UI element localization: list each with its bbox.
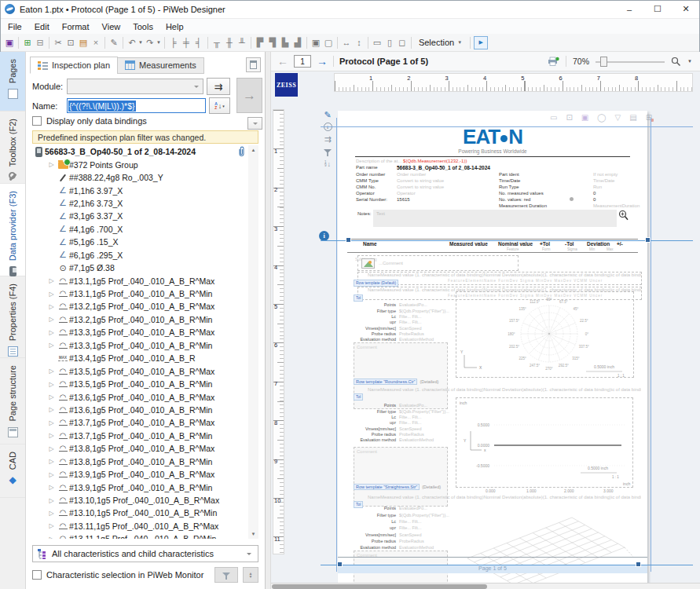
- tree-item[interactable]: ∠#6,1g6 .295_X: [32, 249, 247, 262]
- comment-box[interactable]: Comment: [354, 342, 448, 409]
- settings-icon[interactable]: ◯: [597, 113, 606, 122]
- tree-item[interactable]: ▷◠#13.1,1g5 Prof_.040_.010_A_B_R^Min: [32, 287, 247, 300]
- tree-item[interactable]: ▷#372 Points Group: [32, 158, 247, 170]
- canvas-horizontal-scrollbar[interactable]: [271, 583, 700, 589]
- tree-item[interactable]: ▷◠#13.6,1g5 Prof_.040_.010_A_B_R^Min: [32, 404, 247, 416]
- paste-button[interactable]: ▤: [77, 36, 90, 49]
- tree-item[interactable]: ∠#3,1g6 3.37_X: [32, 210, 247, 222]
- scroll-up-icon[interactable]: ▲: [251, 148, 256, 152]
- tree-item[interactable]: ##388.22,4g8 Ro_.003_Y: [32, 171, 247, 184]
- magnifier-icon[interactable]: [671, 57, 681, 67]
- tree-item[interactable]: ▷◠#13.8,1g5 Prof_.040_.010_A_B_R^Max: [32, 442, 247, 455]
- printer-icon[interactable]: ▤: [629, 113, 636, 122]
- apply-module-filter-button[interactable]: ⇉: [207, 78, 230, 95]
- tree-item[interactable]: ▷◠#13.1,1g5 Prof_.040_.010_A_B_R^Max: [32, 274, 247, 287]
- copy-button[interactable]: ⊡: [64, 36, 77, 49]
- menu-format[interactable]: Format: [56, 20, 96, 33]
- tree-item[interactable]: ▷◠#13.10,1g5 Prof_.040_.010_A_B_R^Max: [32, 494, 247, 507]
- zoom-region-icon[interactable]: [618, 210, 629, 221]
- notes-field[interactable]: Text: [373, 210, 617, 227]
- expand-icon[interactable]: ▷: [46, 458, 57, 465]
- roundness-plot[interactable]: 0°22.5°45°67.5°90°112.5°135°157.5°180°20…: [456, 291, 634, 378]
- expand-icon[interactable]: ▷: [46, 291, 57, 298]
- selection-handle[interactable]: [337, 562, 343, 567]
- monitor-selection-checkbox[interactable]: [32, 570, 42, 580]
- edit-page-icon[interactable]: ✎: [324, 110, 331, 119]
- align-middle-button[interactable]: ╫: [223, 36, 236, 49]
- align-top-button[interactable]: ╥: [211, 36, 223, 49]
- tree-item[interactable]: ∠#4,1g6 .700_X: [32, 223, 247, 236]
- tree-item[interactable]: ▷◠#13.2,1g5 Prof_.040_.010_A_B_R^Min: [32, 313, 247, 326]
- panel-layout-button[interactable]: [246, 57, 261, 72]
- sort-icon[interactable]: 19↓: [324, 160, 331, 168]
- expand-icon[interactable]: ▷: [46, 432, 57, 439]
- expand-icon[interactable]: ▷: [46, 161, 57, 168]
- chevron-down-icon[interactable]: ▼: [156, 40, 161, 45]
- expand-icon[interactable]: ▷: [46, 329, 57, 336]
- expand-icon[interactable]: ▷: [46, 368, 57, 375]
- tree-item[interactable]: ▷◠#13.5,1g5 Prof_.040_.010_A_B_R^Max: [32, 364, 247, 377]
- menu-file[interactable]: File: [2, 20, 28, 33]
- flatness-plot[interactable]: [456, 510, 633, 589]
- sidebar-tab-page-structure[interactable]: Page structure: [0, 358, 25, 444]
- comment-icon[interactable]: ▭: [550, 113, 557, 122]
- expand-icon[interactable]: ▷: [46, 497, 57, 504]
- protocol-page[interactable]: EATN Powering Business Worldwide Descrip…: [338, 111, 647, 589]
- chevron-down-icon[interactable]: ▼: [687, 59, 692, 64]
- same-width-button[interactable]: ▭: [371, 36, 383, 49]
- scrollbar-thumb[interactable]: [272, 584, 487, 589]
- tree-item[interactable]: ▷◠#13.8,1g5 Prof_.040_.010_A_B_R^Min: [32, 455, 247, 468]
- menu-edit[interactable]: Edit: [28, 20, 56, 33]
- menu-view[interactable]: View: [96, 20, 127, 33]
- expand-icon[interactable]: ▷: [46, 522, 57, 529]
- minimize-button[interactable]: –: [615, 0, 643, 18]
- expand-icon[interactable]: ▷: [46, 419, 57, 426]
- tree-item[interactable]: ▷◠#13.10,1g5 Prof_.040_.010_A_B_R^Min: [32, 507, 247, 519]
- print-preview-icon[interactable]: [548, 57, 559, 67]
- expand-icon[interactable]: ▷: [46, 406, 57, 413]
- zoom-slider-thumb[interactable]: [600, 57, 607, 67]
- selection-handle[interactable]: [645, 237, 651, 243]
- expand-icon[interactable]: ▷: [46, 393, 57, 401]
- sidebar-tab-cad[interactable]: CAD◆: [0, 444, 25, 498]
- expand-icon[interactable]: ▷: [46, 445, 57, 452]
- scroll-down-icon[interactable]: ▼: [251, 532, 256, 536]
- menu-help[interactable]: Help: [159, 20, 190, 33]
- new-page-button[interactable]: ⊞: [21, 36, 34, 49]
- chevron-down-icon[interactable]: ▼: [138, 40, 143, 45]
- tree-item[interactable]: ▷◠#13.7,1g5 Prof_.040_.010_A_B_R^Min: [32, 430, 247, 442]
- bring-to-front-button[interactable]: ▛: [254, 36, 266, 49]
- sidebar-tab-properties[interactable]: Properties (F4): [0, 276, 25, 358]
- module-dropdown[interactable]: [67, 79, 203, 94]
- bring-forward-button[interactable]: ▜: [266, 36, 279, 49]
- tree-item[interactable]: ▷◠#13.9,1g5 Prof_.040_.010_A_B_R^Min: [32, 481, 247, 493]
- scope-selector-dropdown[interactable]: All characteristics and child characteri…: [32, 545, 258, 562]
- copy-page-button[interactable]: ⊟: [34, 36, 46, 49]
- cut-button[interactable]: ✂: [52, 36, 64, 49]
- sidebar-tab-data-provider[interactable]: Data provider (F3): [0, 184, 25, 276]
- duplicate-icon[interactable]: ⊡: [566, 113, 572, 122]
- save-button[interactable]: ▣: [3, 36, 16, 49]
- same-size-button[interactable]: ◻: [396, 36, 409, 49]
- same-height-button[interactable]: ▯: [383, 36, 396, 49]
- tree-item[interactable]: ▷◠#13.9,1g5 Prof_.040_.010_A_B_R^Max: [32, 468, 247, 481]
- expand-icon[interactable]: ▷: [46, 536, 57, 539]
- expand-icon[interactable]: ▷: [46, 471, 57, 478]
- tree-scrollbar[interactable]: ▲ ▼: [248, 145, 258, 539]
- expand-icon[interactable]: ▷: [46, 342, 57, 349]
- send-to-back-button[interactable]: ▟: [291, 36, 304, 49]
- tab-measurements[interactable]: Measurements: [117, 57, 204, 74]
- tree-item[interactable]: ∠#1,1h6 3.97_X: [32, 184, 247, 196]
- group-button[interactable]: ▣: [310, 36, 322, 49]
- selection-mode-dropdown[interactable]: Selection▼: [414, 37, 467, 48]
- expand-icon[interactable]: ▷: [46, 510, 57, 517]
- expand-icon[interactable]: ▷: [46, 303, 57, 310]
- undo-button[interactable]: ↶: [126, 36, 138, 49]
- expand-icon[interactable]: ▷: [46, 381, 57, 388]
- expand-icon[interactable]: ▷: [46, 484, 57, 491]
- funnel-icon[interactable]: [324, 149, 332, 157]
- tree-root-item[interactable]: 56683-3_B_Op40-50_1 of 2_08-14-2024: [32, 145, 247, 158]
- tree-item[interactable]: ▷◠#13.7,1g5 Prof_.040_.010_A_B_R^Max: [32, 416, 247, 429]
- display-only-data-bindings-checkbox[interactable]: [32, 116, 42, 126]
- preview-button[interactable]: ▶: [474, 36, 488, 49]
